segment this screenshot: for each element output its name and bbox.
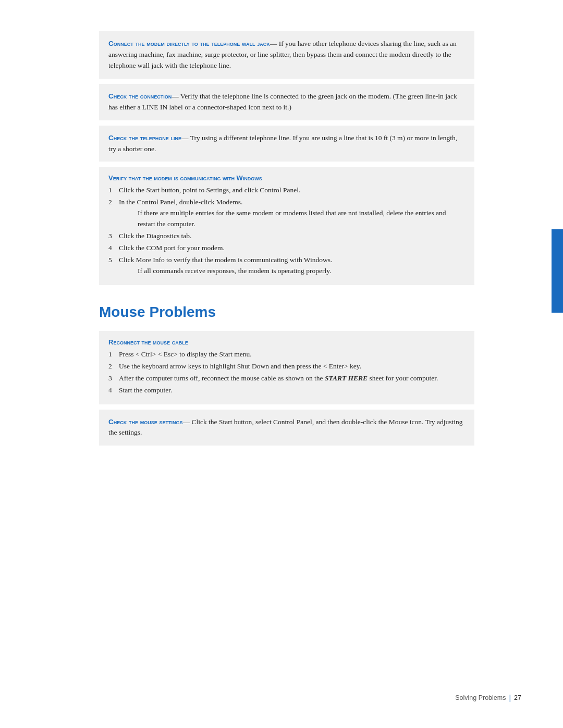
verify-modem-heading: Verify that the modem is communicating w… <box>108 174 465 182</box>
check-connection-heading: Check the connection <box>108 92 172 100</box>
step-num: 3 <box>108 373 112 384</box>
starthere-italic: START HERE <box>325 374 368 382</box>
step-num: 3 <box>108 231 112 242</box>
check-mouse-settings-box: Check the mouse settings— Click the Star… <box>99 410 474 446</box>
footer-text: Solving Problems <box>455 694 506 701</box>
step-subtext: If all commands receive responses, the m… <box>119 266 465 277</box>
footer-page-number: 27 <box>514 694 521 701</box>
reconnect-mouse-heading: Reconnect the mouse cable <box>108 338 465 346</box>
step-num: 1 <box>108 185 112 196</box>
list-item: 2 In the Control Panel, double-click Mod… <box>108 197 465 230</box>
verify-modem-box: Verify that the modem is communicating w… <box>99 167 474 285</box>
step-text: Click the Start button, point to Setting… <box>119 186 300 194</box>
verify-modem-steps: 1 Click the Start button, point to Setti… <box>108 185 465 276</box>
step-text: In the Control Panel, double-click Modem… <box>119 198 242 206</box>
check-telephone-text: Check the telephone line— Try using a di… <box>108 133 465 155</box>
list-item: 4 Click the COM port for your modem. <box>108 243 465 254</box>
reconnect-mouse-box: Reconnect the mouse cable 1 Press < Ctrl… <box>99 331 474 404</box>
page-footer: Solving Problems | 27 <box>455 694 521 702</box>
step-text: After the computer turns off, reconnect … <box>119 374 438 382</box>
check-telephone-box: Check the telephone line— Try using a di… <box>99 126 474 162</box>
check-connection-text: Check the connection— Verify that the te… <box>108 91 465 113</box>
step-text: Use the keyboard arrow keys to highlight… <box>119 362 361 370</box>
list-item: 5 Click More Info to verify that the mod… <box>108 255 465 277</box>
footer-divider-icon: | <box>509 694 511 702</box>
step-subtext: If there are multiple entries for the sa… <box>119 208 465 230</box>
connect-modem-box: Connect the modem directly to the teleph… <box>99 31 474 79</box>
list-item: 1 Press < Ctrl> < Esc> to display the St… <box>108 349 465 360</box>
step-num: 2 <box>108 361 112 372</box>
step-num: 2 <box>108 197 112 208</box>
list-item: 3 Click the Diagnostics tab. <box>108 231 465 242</box>
step-text: Click the COM port for your modem. <box>119 244 225 252</box>
list-item: 3 After the computer turns off, reconnec… <box>108 373 465 384</box>
step-text: Click More Info to verify that the modem… <box>119 256 332 264</box>
list-item: 2 Use the keyboard arrow keys to highlig… <box>108 361 465 372</box>
step-text: Click the Diagnostics tab. <box>119 232 191 240</box>
check-connection-box: Check the connection— Verify that the te… <box>99 84 474 120</box>
step-text: Press < Ctrl> < Esc> to display the Star… <box>119 350 252 358</box>
check-mouse-settings-heading: Check the mouse settings <box>108 418 183 426</box>
check-telephone-heading: Check the telephone line <box>108 134 181 142</box>
mouse-problems-title: Mouse Problems <box>99 304 474 320</box>
check-mouse-settings-text: Check the mouse settings— Click the Star… <box>108 417 465 439</box>
connect-modem-text: Connect the modem directly to the teleph… <box>108 39 465 71</box>
right-tab <box>552 229 563 313</box>
step-num: 4 <box>108 385 112 396</box>
list-item: 1 Click the Start button, point to Setti… <box>108 185 465 196</box>
step-num: 1 <box>108 349 112 360</box>
page-container: Connect the modem directly to the teleph… <box>0 0 563 728</box>
list-item: 4 Start the computer. <box>108 385 465 396</box>
reconnect-mouse-steps: 1 Press < Ctrl> < Esc> to display the St… <box>108 349 465 396</box>
step-num: 4 <box>108 243 112 254</box>
step-num: 5 <box>108 255 112 266</box>
connect-modem-heading: Connect the modem directly to the teleph… <box>108 40 270 47</box>
step-text: Start the computer. <box>119 386 172 394</box>
content-area: Connect the modem directly to the teleph… <box>89 31 474 446</box>
